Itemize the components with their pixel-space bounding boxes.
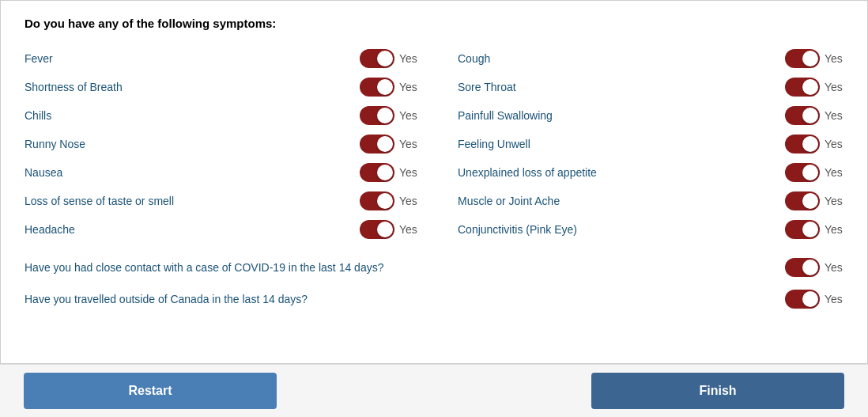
extra-questions: Have you had close contact with a case o…: [25, 252, 843, 315]
toggle-container: Yes: [355, 106, 418, 125]
toggle-container: Yes: [780, 49, 843, 68]
toggle-switch[interactable]: [785, 220, 820, 239]
extra-question-label-travelled-outside: Have you travelled outside of Canada in …: [25, 293, 780, 305]
toggle-switch[interactable]: [785, 258, 820, 277]
yes-label: Yes: [825, 109, 843, 122]
toggle-container: Yes: [780, 106, 843, 125]
symptom-row-shortness-of-breath: Shortness of BreathYes: [25, 73, 434, 101]
extra-question-label-covid-contact: Have you had close contact with a case o…: [25, 261, 780, 274]
toggle-switch[interactable]: [785, 135, 820, 154]
toggle-switch[interactable]: [360, 78, 394, 97]
yes-label: Yes: [825, 138, 843, 150]
toggle-container: Yes: [355, 220, 418, 239]
footer: Restart Finish: [0, 364, 868, 417]
symptom-label-headache: Headache: [25, 223, 355, 236]
yes-label: Yes: [399, 138, 418, 150]
toggle-switch[interactable]: [785, 163, 820, 182]
symptom-row-headache: HeadacheYes: [25, 215, 434, 244]
toggle-switch[interactable]: [785, 49, 820, 68]
symptom-row-fever: FeverYes: [25, 44, 434, 73]
symptom-row-nausea: NauseaYes: [25, 158, 434, 187]
toggle-container: Yes: [780, 290, 843, 309]
symptom-label-shortness-of-breath: Shortness of Breath: [25, 81, 355, 93]
right-symptoms-column: CoughYesSore ThroatYesPainfull Swallowin…: [434, 44, 843, 244]
symptoms-grid: FeverYesShortness of BreathYesChillsYesR…: [25, 44, 843, 244]
symptom-row-loss-of-taste: Loss of sense of taste or smellYes: [25, 187, 434, 215]
yes-label: Yes: [399, 223, 418, 236]
toggle-container: Yes: [355, 135, 418, 154]
toggle-container: Yes: [780, 191, 843, 210]
extra-question-row-covid-contact: Have you had close contact with a case o…: [25, 252, 843, 283]
symptom-label-loss-of-taste: Loss of sense of taste or smell: [25, 195, 355, 207]
yes-label: Yes: [825, 81, 843, 93]
symptom-row-runny-nose: Runny NoseYes: [25, 130, 434, 158]
yes-label: Yes: [399, 166, 418, 179]
symptom-row-unexplained-loss: Unexplained loss of appetiteYes: [434, 158, 843, 187]
symptom-label-fever: Fever: [25, 52, 355, 65]
yes-label: Yes: [825, 261, 843, 274]
toggle-switch[interactable]: [785, 78, 820, 97]
toggle-container: Yes: [355, 191, 418, 210]
left-symptoms-column: FeverYesShortness of BreathYesChillsYesR…: [25, 44, 434, 244]
symptom-row-chills: ChillsYes: [25, 101, 434, 130]
yes-label: Yes: [399, 52, 418, 65]
toggle-switch[interactable]: [360, 191, 394, 210]
toggle-container: Yes: [355, 163, 418, 182]
extra-question-row-travelled-outside: Have you travelled outside of Canada in …: [25, 283, 843, 315]
symptom-label-muscle-joint-ache: Muscle or Joint Ache: [458, 195, 780, 207]
yes-label: Yes: [825, 223, 843, 236]
toggle-container: Yes: [780, 78, 843, 97]
toggle-container: Yes: [780, 258, 843, 277]
toggle-switch[interactable]: [785, 290, 820, 309]
symptom-label-unexplained-loss: Unexplained loss of appetite: [458, 166, 780, 179]
toggle-switch[interactable]: [785, 191, 820, 210]
toggle-switch[interactable]: [360, 49, 394, 68]
symptom-row-painfull-swallowing: Painfull SwallowingYes: [434, 101, 843, 130]
toggle-container: Yes: [780, 163, 843, 182]
symptom-label-sore-throat: Sore Throat: [458, 81, 780, 93]
yes-label: Yes: [825, 166, 843, 179]
symptom-row-muscle-joint-ache: Muscle or Joint AcheYes: [434, 187, 843, 215]
toggle-container: Yes: [355, 78, 418, 97]
yes-label: Yes: [825, 52, 843, 65]
page-title: Do you have any of the following symptom…: [25, 17, 843, 30]
yes-label: Yes: [399, 81, 418, 93]
main-content: Do you have any of the following symptom…: [0, 0, 868, 364]
symptom-label-runny-nose: Runny Nose: [25, 138, 355, 150]
toggle-switch[interactable]: [360, 106, 394, 125]
restart-button[interactable]: Restart: [24, 373, 277, 409]
finish-button[interactable]: Finish: [591, 373, 844, 409]
symptom-row-feeling-unwell: Feeling UnwellYes: [434, 130, 843, 158]
symptom-label-painfull-swallowing: Painfull Swallowing: [458, 109, 780, 122]
symptom-label-cough: Cough: [458, 52, 780, 65]
toggle-switch[interactable]: [785, 106, 820, 125]
toggle-container: Yes: [355, 49, 418, 68]
toggle-container: Yes: [780, 135, 843, 154]
toggle-switch[interactable]: [360, 220, 394, 239]
yes-label: Yes: [825, 293, 843, 305]
yes-label: Yes: [399, 195, 418, 207]
symptom-label-nausea: Nausea: [25, 166, 355, 179]
symptom-label-chills: Chills: [25, 109, 355, 122]
toggle-switch[interactable]: [360, 163, 394, 182]
symptom-row-sore-throat: Sore ThroatYes: [434, 73, 843, 101]
symptom-label-feeling-unwell: Feeling Unwell: [458, 138, 780, 150]
toggle-container: Yes: [780, 220, 843, 239]
symptom-row-cough: CoughYes: [434, 44, 843, 73]
yes-label: Yes: [825, 195, 843, 207]
toggle-switch[interactable]: [360, 135, 394, 154]
symptom-row-conjunctivitis: Conjunctivitis (Pink Eye)Yes: [434, 215, 843, 244]
symptom-label-conjunctivitis: Conjunctivitis (Pink Eye): [458, 223, 780, 236]
yes-label: Yes: [399, 109, 418, 122]
